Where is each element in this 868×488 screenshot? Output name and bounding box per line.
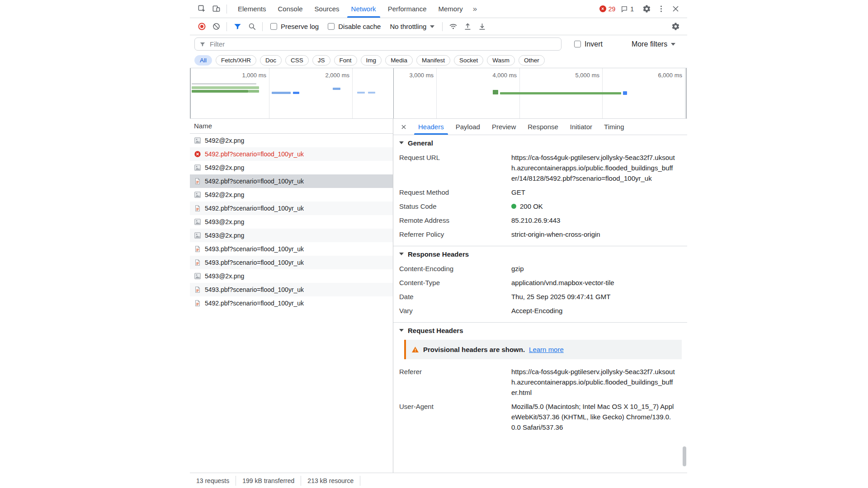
error-status-icon <box>194 150 201 158</box>
request-row[interactable]: 5493.pbf?scenario=flood_100yr_uk <box>190 256 393 269</box>
clear-icon[interactable] <box>209 19 223 34</box>
name-column-header[interactable]: Name <box>190 119 393 134</box>
timeline-edge-handle[interactable] <box>686 68 687 118</box>
issues-badge[interactable]: 1 <box>621 5 634 13</box>
request-row[interactable]: 5492@2x.png <box>190 161 393 174</box>
image-file-icon <box>194 164 201 171</box>
more-filters-button[interactable]: More filters <box>627 40 680 48</box>
divider <box>226 5 227 14</box>
network-conditions-icon[interactable] <box>446 19 460 34</box>
filter-input[interactable]: Filter <box>194 38 561 51</box>
search-icon[interactable] <box>245 19 259 34</box>
request-row[interactable]: 5493.pbf?scenario=flood_100yr_uk <box>190 283 393 296</box>
request-name: 5492.pbf?scenario=flood_100yr_uk <box>205 178 304 185</box>
detail-tab-payload[interactable]: Payload <box>450 119 486 135</box>
waterfall-bar <box>248 90 259 93</box>
filter-chip-js[interactable]: JS <box>312 55 330 66</box>
detail-tab-response[interactable]: Response <box>522 119 564 135</box>
header-value: application/vnd.mapbox-vector-tile <box>511 277 614 288</box>
tab-console[interactable]: Console <box>272 0 309 18</box>
image-file-icon <box>194 218 201 225</box>
request-row[interactable]: 5493@2x.png <box>190 215 393 229</box>
section-header-request-headers[interactable]: Request Headers <box>393 323 687 338</box>
export-har-icon[interactable] <box>475 19 489 34</box>
request-name: 5493@2x.png <box>205 232 244 239</box>
more-tabs-button[interactable]: » <box>469 0 481 18</box>
tab-performance[interactable]: Performance <box>382 0 433 18</box>
tab-sources[interactable]: Sources <box>309 0 345 18</box>
timeline-edge-handle[interactable] <box>190 68 191 118</box>
filter-chip-all[interactable]: All <box>194 55 212 66</box>
filter-chip-wasm[interactable]: Wasm <box>487 55 515 66</box>
device-toolbar-icon[interactable] <box>209 2 223 16</box>
console-errors-badge[interactable]: × 29 <box>599 5 616 13</box>
network-settings-gear-icon[interactable] <box>668 19 683 34</box>
filter-chip-socket[interactable]: Socket <box>454 55 483 66</box>
request-name: 5492.pbf?scenario=flood_100yr_uk <box>205 205 304 212</box>
filter-chip-font[interactable]: Font <box>334 55 357 66</box>
header-name: Content-Encoding <box>399 263 511 274</box>
request-name: 5492@2x.png <box>205 191 244 198</box>
filter-funnel-icon[interactable] <box>230 19 245 34</box>
request-row[interactable]: 5492@2x.png <box>190 188 393 202</box>
inspect-icon[interactable] <box>194 2 209 16</box>
headers-section-response-headers: Response HeadersContent-EncodinggzipCont… <box>393 246 687 322</box>
timeline-gridline <box>685 68 685 118</box>
timeline-tick-label: 6,000 ms <box>658 72 685 79</box>
header-row: Request URLhttps://ca-foss4guk-pgtileser… <box>393 150 687 185</box>
section-title: Request Headers <box>408 327 463 334</box>
status-item-213-kb-resource: 213 kB resource <box>301 476 360 486</box>
filter-chip-other[interactable]: Other <box>519 55 545 66</box>
detail-tab-timing[interactable]: Timing <box>598 119 630 135</box>
close-devtools-icon[interactable] <box>668 2 683 16</box>
detail-tab-initiator[interactable]: Initiator <box>564 119 598 135</box>
section-header-response-headers[interactable]: Response Headers <box>393 246 687 262</box>
waterfall-bar <box>192 83 256 84</box>
disable-cache-checkbox[interactable]: Disable cache <box>323 23 385 30</box>
request-row[interactable]: 5493.pbf?scenario=flood_100yr_uk <box>190 242 393 256</box>
learn-more-link[interactable]: Learn more <box>529 346 564 353</box>
filter-chip-fetch-xhr[interactable]: Fetch/XHR <box>216 55 256 66</box>
filter-chip-media[interactable]: Media <box>385 55 413 66</box>
header-row: Status Code200 OK <box>393 199 687 213</box>
detail-tab-headers[interactable]: Headers <box>412 119 450 135</box>
tab-memory[interactable]: Memory <box>433 0 469 18</box>
record-icon[interactable] <box>194 19 209 34</box>
filter-chip-css[interactable]: CSS <box>285 55 309 66</box>
preserve-log-checkbox[interactable]: Preserve log <box>266 23 323 30</box>
headers-section-general: GeneralRequest URLhttps://ca-foss4guk-pg… <box>393 135 687 246</box>
import-har-icon[interactable] <box>460 19 475 34</box>
network-overview-timeline[interactable]: 1,000 ms2,000 ms3,000 ms4,000 ms5,000 ms… <box>190 68 687 119</box>
timeline-tick-label: 5,000 ms <box>576 72 602 79</box>
close-details-icon[interactable] <box>395 124 412 130</box>
request-row[interactable]: 5492@2x.png <box>190 134 393 147</box>
request-row[interactable]: 5493@2x.png <box>190 229 393 242</box>
more-filters-label: More filters <box>632 40 667 48</box>
request-row[interactable]: 5492.pbf?scenario=flood_100yr_uk <box>190 202 393 215</box>
image-file-icon <box>194 191 201 198</box>
header-row: DateThu, 25 Sep 2025 09:47:41 GMT <box>393 290 687 304</box>
status-item-199-kb-transferred: 199 kB transferred <box>236 476 301 486</box>
filter-chip-doc[interactable]: Doc <box>260 55 282 66</box>
filter-funnel-small-icon <box>199 41 206 47</box>
invert-checkbox[interactable]: Invert <box>570 40 607 48</box>
request-row[interactable]: 5492.pbf?scenario=flood_100yr_uk <box>190 174 393 188</box>
filter-chip-img[interactable]: Img <box>361 55 382 66</box>
header-value: Accept-Encoding <box>511 305 562 316</box>
request-row[interactable]: 5493@2x.png <box>190 269 393 283</box>
scrollbar-thumb[interactable] <box>683 446 686 466</box>
throttling-value: No throttling <box>390 23 426 30</box>
settings-gear-icon[interactable] <box>639 2 654 16</box>
section-header-general[interactable]: General <box>393 135 687 150</box>
tab-network[interactable]: Network <box>345 0 382 18</box>
request-row[interactable]: 5492.pbf?scenario=flood_100yr_uk <box>190 147 393 161</box>
request-row[interactable]: 5492.pbf?scenario=flood_100yr_uk <box>190 296 393 310</box>
header-value: 85.210.26.9:443 <box>511 215 560 225</box>
header-name: Vary <box>399 305 511 316</box>
warning-text: Provisional headers are shown. <box>423 346 525 353</box>
throttling-select[interactable]: No throttling <box>385 23 439 30</box>
more-options-icon[interactable] <box>654 2 668 16</box>
detail-tab-preview[interactable]: Preview <box>486 119 522 135</box>
tab-elements[interactable]: Elements <box>232 0 272 18</box>
filter-chip-manifest[interactable]: Manifest <box>416 55 450 66</box>
